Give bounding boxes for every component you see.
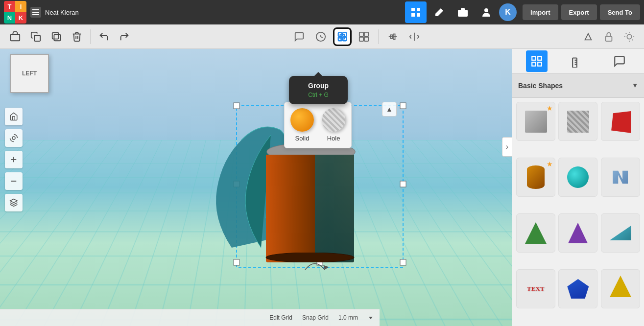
svg-rect-56 [532,62,536,66]
pyramid-green-icon [525,222,547,244]
import-button[interactable]: Import [523,4,558,20]
add-user-icon[interactable] [476,1,497,23]
redo-button[interactable] [115,27,134,46]
svg-rect-10 [54,34,60,41]
align-button[interactable] [383,27,402,46]
star-badge-2: ★ [547,160,553,168]
toolbar [0,24,644,49]
edit-grid-label[interactable]: Edit Grid [269,314,292,321]
svg-rect-23 [364,37,368,41]
view-cube-button[interactable] [5,194,23,211]
shape-item-box-striped[interactable] [558,102,597,141]
svg-line-14 [321,37,323,38]
wedge-teal-icon [610,226,631,240]
viewport[interactable]: LEFT [0,49,512,326]
logo-n: N [4,12,15,23]
solid-label: Solid [295,135,310,142]
solid-option[interactable]: Solid [290,108,314,142]
svg-rect-3 [417,13,420,17]
group-button[interactable] [333,27,352,46]
left-tools [0,108,27,211]
snap-grid-value[interactable]: 1.0 mm [338,314,358,321]
hole-circle-icon [322,108,345,132]
shape-item-wedge-teal[interactable] [601,213,640,253]
topbar-left: T I N K Neat Kieran [0,1,79,23]
cube-face-left: LEFT [10,54,49,93]
text-shape-icon: TEXT [526,285,545,293]
svg-rect-22 [359,37,363,41]
hole-option[interactable]: Hole [322,108,345,142]
grid-view-icon[interactable] [405,1,427,23]
measure-button[interactable] [311,27,330,46]
shape-item-text[interactable]: TEXT [516,269,555,308]
svg-rect-1 [417,8,420,11]
export-button[interactable]: Export [561,4,597,20]
zoom-up-arrow[interactable]: ▲ [382,102,397,116]
svg-point-29 [627,34,631,39]
svg-rect-11 [52,32,59,39]
ungroup-button[interactable] [355,27,373,46]
view-angle-button[interactable] [579,28,597,46]
panel-comment-icon-button[interactable] [609,50,630,72]
main-content: LEFT [0,49,644,326]
cylinder-icon [527,165,545,189]
hole-label: Hole [327,135,340,142]
gem-icon [567,279,589,299]
panel-grid-icon-button[interactable] [526,50,548,72]
star-badge-1: ★ [547,104,553,112]
shape-item-cube-red[interactable] [601,102,640,141]
new-workplane-button[interactable] [6,27,24,46]
duplicate-button[interactable] [47,27,66,46]
snap-dropdown-icon[interactable] [368,315,374,321]
light-toggle-button[interactable] [620,28,638,46]
shape-item-pyramid-purple[interactable] [558,213,597,253]
annotation-button[interactable] [290,27,309,46]
topbar-right: K Import Export Send To [405,1,644,23]
home-view-button[interactable] [5,108,23,125]
collapse-panel-arrow[interactable]: › [502,137,512,157]
shape-item-n[interactable] [601,158,640,197]
right-panel-icon-row [512,49,644,73]
user-name: Neat Kieran [45,9,79,16]
lock-button[interactable] [600,28,618,46]
svg-rect-4 [458,10,468,17]
shape-item-box-grey[interactable]: ★ [516,102,555,141]
panel-dropdown[interactable]: ▼ [632,82,638,89]
avatar[interactable]: K [499,3,517,21]
shape-item-cylinder[interactable]: ★ [516,158,555,197]
hammer-icon[interactable] [429,1,450,23]
send-to-button[interactable]: Send To [600,4,640,20]
pyramid-purple-icon [568,223,588,243]
view-cube-gizmo[interactable]: LEFT [10,54,59,103]
hamburger-icon[interactable] [30,7,41,18]
shape-item-gem[interactable] [558,269,597,308]
tooltip-title: Group [298,82,339,90]
svg-point-36 [12,137,15,140]
box-striped-icon [567,111,589,133]
snap-grid-label: Snap Grid [302,314,329,321]
rotate-handle[interactable] [300,255,330,275]
svg-rect-42 [400,103,406,109]
mirror-button[interactable] [405,27,424,46]
svg-rect-20 [359,32,363,36]
toolbar-mid [290,27,424,46]
svg-point-5 [484,8,488,12]
panel-ruler-icon-button[interactable] [567,50,589,72]
shape-item-diamond[interactable] [601,269,640,308]
svg-rect-41 [234,103,239,109]
zoom-in-button[interactable] [5,151,23,168]
logo[interactable]: T I N K [4,1,26,23]
undo-button[interactable] [95,27,113,46]
briefcase-icon[interactable] [452,1,474,23]
top-action-buttons: Import Export Send To [523,4,640,20]
delete-button[interactable] [68,27,86,46]
svg-line-32 [626,33,626,33]
solid-hole-panel: Solid Hole [284,102,352,148]
shape-item-sphere[interactable] [558,158,597,197]
svg-rect-9 [34,35,40,41]
orbit-button[interactable] [5,129,23,147]
copy-button[interactable] [26,27,45,46]
shape-item-pyramid-green[interactable] [516,213,555,253]
zoom-out-button[interactable] [5,172,23,190]
svg-rect-21 [364,32,368,36]
